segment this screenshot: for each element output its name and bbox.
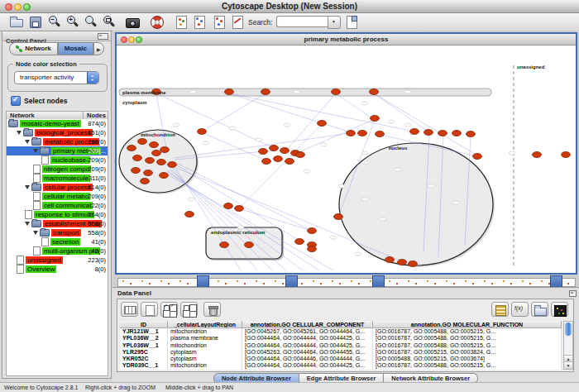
id-cell[interactable]: YDR039C__1 — [120, 362, 168, 369]
attribute-cell[interactable]: [GO:0016787, GO:0005488, GO:0005215, G..… — [373, 328, 562, 335]
close-view-icon[interactable] — [121, 36, 127, 43]
tab-mosaic[interactable]: Mosaic — [58, 42, 93, 55]
attribute-cell[interactable]: mitochondrion — [168, 362, 242, 369]
attribute-cell[interactable]: [GO:0044464, GO:0044444, GO:0044425, G..… — [242, 362, 373, 369]
network-node[interactable] — [562, 152, 571, 158]
zoom-window-icon[interactable] — [23, 3, 31, 11]
column-header[interactable]: annotation.GO MOLECULAR_FUNCTION — [373, 321, 562, 328]
attribute-cell[interactable]: [GO:0016787, GO:0005488, GO:0005215, G..… — [373, 342, 562, 349]
network-node[interactable] — [308, 228, 317, 234]
network-view-window[interactable]: primary metabolic process plasma membran… — [115, 32, 577, 275]
help-icon[interactable] — [149, 14, 165, 29]
network-node[interactable] — [358, 131, 367, 136]
minimize-window-icon[interactable] — [14, 3, 22, 11]
network-node[interactable] — [409, 261, 418, 267]
network-node[interactable] — [133, 155, 142, 161]
table-row[interactable]: YJR121W__1mitochondrion[GO:0045267, GO:0… — [120, 328, 562, 335]
attribute-cell[interactable]: mitochondrion — [168, 328, 242, 335]
attribute-cell[interactable]: [GO:0016787, GO:0005215, GO:0003824, G..… — [373, 349, 562, 356]
float-panel-icon[interactable] — [98, 33, 108, 40]
tree-row[interactable]: nitrogen compo209(0) — [7, 165, 108, 174]
network-node[interactable] — [280, 148, 290, 154]
attribute-cell[interactable]: cytoplasm — [168, 349, 242, 356]
network-node[interactable] — [261, 89, 270, 95]
attribute-cell[interactable]: [GO:0016787, GO:0005488, GO:0005215, G..… — [373, 335, 562, 342]
table-row[interactable]: YPL036W__2plasma membrane[GO:0044464, GO… — [120, 335, 562, 342]
network-node[interactable] — [467, 131, 476, 137]
network-node[interactable] — [225, 89, 234, 95]
attribute-cell[interactable]: [GO:0044464, GO:0044444, GO:0044425, G..… — [242, 342, 373, 349]
network-node[interactable] — [144, 170, 153, 176]
tree-row[interactable]: nucleobase-209(0) — [7, 155, 108, 165]
network-node[interactable] — [332, 89, 341, 95]
tree-row[interactable]: secretion41(0) — [7, 237, 108, 246]
network-node[interactable] — [334, 214, 343, 220]
network-node[interactable] — [235, 206, 244, 212]
zoom-view-icon[interactable] — [136, 36, 142, 43]
open-icon[interactable] — [8, 14, 25, 29]
column-header[interactable]: ID — [120, 321, 168, 328]
tab-scroll-right-button[interactable]: ▶ — [93, 42, 104, 55]
tree-expander-icon[interactable] — [25, 185, 30, 189]
tree-node-label[interactable]: cellular process — [43, 184, 93, 191]
network-node[interactable] — [185, 212, 194, 218]
tab-network[interactable]: Network — [9, 42, 58, 55]
table-scrollbar[interactable]: ▲ ▼ — [563, 321, 573, 370]
table-row[interactable]: YPL036W__1mitochondrion[GO:0044464, GO:0… — [120, 342, 562, 349]
network-node[interactable] — [533, 152, 542, 158]
tree-node-label[interactable]: biological_process — [35, 129, 93, 136]
unselect-all-attributes-icon[interactable] — [180, 302, 198, 317]
network-node[interactable] — [157, 160, 166, 165]
tree-row[interactable]: cellular metabo209(0) — [7, 192, 108, 201]
attribute-cell[interactable]: [GO:0044464, GO:0044446, GO:0044444, G..… — [242, 356, 373, 362]
attribute-cell[interactable]: [GO:0044464, GO:0044444, GO:0044425, G..… — [242, 335, 373, 342]
annotation-icon[interactable] — [230, 14, 246, 29]
tree-row[interactable]: transport558(0) — [7, 228, 108, 237]
network-node[interactable] — [270, 146, 279, 151]
tree-expander-icon[interactable] — [17, 131, 22, 135]
tree-node-label[interactable]: nucleobase- — [50, 156, 90, 164]
attribute-cell[interactable]: cytoplasm — [168, 356, 242, 362]
dropdown-stepper-icon[interactable] — [87, 72, 98, 84]
network-node[interactable] — [160, 147, 170, 153]
column-header[interactable]: annotation.GO CELLULAR_COMPONENT — [242, 321, 373, 328]
network-node[interactable] — [259, 149, 268, 155]
network-node[interactable] — [347, 131, 356, 136]
network-node[interactable] — [168, 162, 177, 168]
tree-node-label[interactable]: cellular metabo — [42, 193, 90, 200]
tree-row[interactable]: biological_process651(0) — [7, 128, 108, 137]
network-window-titlebar[interactable]: primary metabolic process — [117, 34, 576, 45]
attribute-list-icon[interactable] — [491, 302, 509, 317]
id-cell[interactable]: YJR121W__1 — [120, 328, 168, 335]
tree-node-label[interactable]: transport — [51, 229, 81, 237]
attribute-cell[interactable]: mitochondrion — [168, 342, 242, 349]
network-node[interactable] — [295, 239, 304, 245]
network-node[interactable] — [410, 129, 419, 135]
table-row[interactable]: YDR039C__1mitochondrion[GO:0044464, GO:0… — [120, 362, 562, 369]
attribute-cell[interactable]: plasma membrane — [168, 335, 242, 342]
tree-expander-icon[interactable] — [33, 149, 38, 153]
tree-node-label[interactable]: cell communicat — [42, 202, 93, 209]
attribute-cell[interactable]: [GO:0045267, GO:0045261, GO:0044464, G..… — [242, 328, 373, 335]
scroll-down-icon[interactable]: ▼ — [564, 361, 572, 369]
network-node[interactable] — [370, 89, 379, 95]
network-node[interactable] — [141, 179, 150, 184]
tree-node-label[interactable]: Overview — [26, 265, 56, 273]
network-node[interactable] — [308, 246, 317, 252]
tree-row[interactable]: metabolic process280(0) — [7, 137, 108, 146]
select-attributes-icon[interactable] — [121, 302, 138, 317]
save-icon[interactable] — [27, 14, 44, 29]
network-node[interactable] — [371, 116, 380, 122]
network-node[interactable] — [318, 121, 327, 127]
select-all-attributes-icon[interactable] — [160, 302, 178, 317]
column-header[interactable]: _cellularLayoutRegion — [168, 321, 242, 328]
id-cell[interactable]: YPL036W__2 — [120, 335, 168, 342]
attribute-cell[interactable]: [GO:0045263, GO:0044464, GO:0044455, G..… — [242, 349, 373, 356]
node-color-dropdown[interactable]: transporter activity — [14, 71, 99, 84]
network-node[interactable] — [245, 242, 254, 248]
tree-row[interactable]: primary metabo209(... — [7, 146, 108, 155]
network-canvas[interactable]: plasma membranecytoplasmmitochondrionnuc… — [117, 45, 576, 272]
tree-node-label[interactable]: response to stimulu — [34, 211, 94, 218]
network-node[interactable] — [376, 131, 385, 137]
attribute-cell[interactable]: [GO:0005488, GO:0005215, GO:0003674] — [373, 356, 562, 362]
